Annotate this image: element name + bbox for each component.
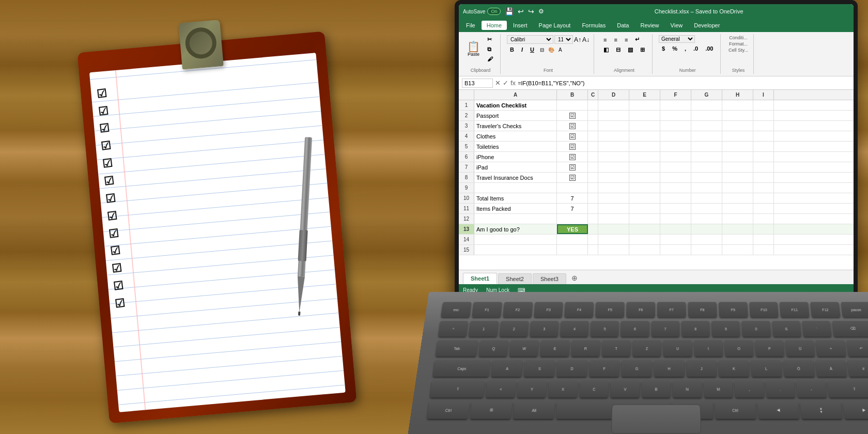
align-left-button[interactable]: ◧ [600,45,612,54]
currency-button[interactable]: $ [659,44,668,53]
key-win[interactable]: ⊞ [470,401,513,419]
key-enter[interactable]: ↵ [846,340,868,357]
cell-d10[interactable] [598,193,629,203]
cell-d14[interactable] [598,235,629,244]
key-ae[interactable]: Ä [815,360,847,377]
cell-e6[interactable] [629,152,660,162]
cell-e2[interactable] [629,111,660,120]
key-n[interactable]: N [673,381,702,398]
key-backtick[interactable]: ^ [438,321,468,336]
key-f9[interactable]: F9 [718,302,748,317]
key-4[interactable]: 4 [560,321,589,336]
cell-c5[interactable] [588,142,598,151]
cell-g1[interactable] [691,100,722,110]
key-w[interactable]: W [509,340,539,357]
cell-f4[interactable] [660,131,691,141]
cell-b2[interactable]: ☑ [557,111,588,120]
cell-b8[interactable]: ☑ [557,173,588,182]
align-top-right-button[interactable]: ≡ [622,36,631,44]
key-5[interactable]: 5 [591,321,619,336]
cell-h9[interactable] [722,183,753,193]
cell-g6[interactable] [691,152,722,162]
cell-b1[interactable] [557,100,588,110]
cell-d13[interactable] [598,224,629,234]
key-ue[interactable]: Ü [785,340,815,357]
cell-f6[interactable] [660,152,691,162]
col-header-b[interactable]: B [557,90,588,100]
cell-d4[interactable] [598,131,629,141]
key-b[interactable]: B [642,381,671,398]
cell-b5[interactable]: ☑ [557,142,588,151]
cell-a10[interactable]: Total Items [474,193,557,203]
checkbox-6[interactable]: ☑ [569,154,576,160]
key-plus[interactable]: + [816,340,846,357]
key-lt[interactable]: < [486,381,516,398]
cell-c9[interactable] [588,183,598,193]
cell-b4[interactable]: ☑ [557,131,588,141]
key-comma[interactable]: , [735,381,765,398]
key-q[interactable]: Q [478,340,508,357]
cell-a4[interactable]: Clothes [474,131,557,141]
cell-g5[interactable] [691,142,722,151]
key-period[interactable]: . [765,381,795,398]
menu-formulas[interactable]: Formulas [577,21,611,30]
cell-h7[interactable] [722,162,753,172]
key-minus[interactable]: ß [772,321,801,336]
key-p[interactable]: P [755,340,784,357]
cell-e14[interactable] [629,235,660,244]
sheet-tab-1[interactable]: Sheet1 [463,273,497,284]
key-t[interactable]: T [602,340,631,357]
col-header-a[interactable]: A [474,90,557,100]
key-up-down[interactable]: ▲▼ [800,401,842,419]
cell-c3[interactable] [588,121,598,131]
cell-g10[interactable] [691,193,722,203]
menu-data[interactable]: Data [612,21,634,30]
trackpad[interactable] [611,405,702,434]
key-f1[interactable]: F1 [472,302,502,317]
cell-g14[interactable] [691,235,722,244]
cell-b14[interactable] [557,235,588,244]
cell-b3[interactable]: ☑ [557,121,588,131]
cell-i10[interactable] [753,193,774,203]
decimal-decrease-button[interactable]: .00 [702,44,716,53]
key-f7[interactable]: F7 [657,302,686,317]
cell-h1[interactable] [722,100,753,110]
key-d[interactable]: D [556,360,587,377]
cell-i12[interactable] [753,214,774,224]
col-header-e[interactable]: E [629,90,660,100]
fill-color-button[interactable]: 🎨 [547,47,556,53]
menu-developer[interactable]: Developer [689,21,725,30]
cell-c7[interactable] [588,162,598,172]
cell-i13[interactable] [753,224,774,234]
align-top-left-button[interactable]: ≡ [600,36,610,44]
cell-a6[interactable]: iPhone [474,152,557,162]
cell-e3[interactable] [629,121,660,131]
cell-h5[interactable] [722,142,753,151]
key-z[interactable]: Z [632,340,661,357]
menu-page-layout[interactable]: Page Layout [534,21,576,30]
font-size-select[interactable]: 11 [554,35,573,44]
cell-c4[interactable] [588,131,598,141]
font-name-select[interactable]: Calibri [507,35,553,44]
cancel-formula-icon[interactable]: ✕ [495,79,501,87]
cell-b9[interactable] [557,183,588,193]
cell-b15[interactable] [557,245,588,255]
cell-a2[interactable]: Passport [474,111,557,120]
key-a[interactable]: A [491,360,523,377]
cell-i1[interactable] [753,100,774,110]
cell-e8[interactable] [629,173,660,182]
sheet-tab-2[interactable]: Sheet2 [498,273,532,284]
wrap-text-button[interactable]: ↵ [632,35,643,44]
key-8[interactable]: 8 [681,321,710,336]
insert-function-icon[interactable]: fx [510,79,516,87]
cell-i9[interactable] [753,183,774,193]
merge-button[interactable]: ⊞ [637,45,648,54]
cell-i6[interactable] [753,152,774,162]
cell-c11[interactable] [588,204,598,213]
key-h[interactable]: H [654,360,685,377]
key-f10[interactable]: F10 [749,302,779,317]
key-1[interactable]: 1 [469,321,499,336]
cell-b13[interactable]: YES [557,224,588,234]
key-f8[interactable]: F8 [688,302,717,317]
cell-d15[interactable] [598,245,629,255]
